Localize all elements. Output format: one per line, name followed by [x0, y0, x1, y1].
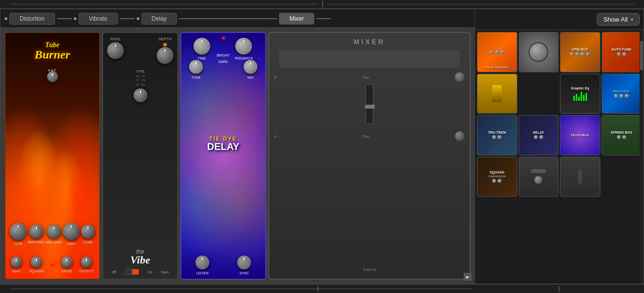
on-off-toggle[interactable] — [125, 269, 139, 275]
midfreq-knob[interactable] — [29, 225, 43, 238]
browser-item-tiedye-small[interactable]: TIE DYE DELAY — [560, 115, 600, 155]
knob-group-low: LOW — [10, 223, 27, 245]
browser-scrollbar[interactable] — [640, 30, 644, 284]
bottom-resize-handle[interactable] — [0, 284, 644, 293]
browser-item-spinbox[interactable]: SPIN BOX — [560, 32, 600, 72]
sync-button[interactable] — [237, 256, 251, 269]
thumb-graphiceq-inner: Graphic Eq — [562, 76, 598, 112]
knob-group-bias: BIAS — [11, 257, 22, 273]
led-group — [51, 264, 54, 266]
squash-knob[interactable] — [31, 257, 42, 267]
tone-delay-knob[interactable] — [189, 60, 203, 74]
trutrem-knob-2 — [498, 135, 502, 139]
rate-knob[interactable] — [107, 42, 124, 59]
thumb-knob-3 — [501, 50, 504, 54]
browser-item-partial-2[interactable] — [519, 32, 559, 72]
browser-item-trutrem[interactable]: TRU-TREM — [477, 115, 517, 155]
bias-knob[interactable] — [11, 257, 22, 267]
tone-delay-label: TONE — [191, 76, 200, 79]
browser-item-partial-1[interactable]: Vocal Tremolo — [477, 32, 517, 72]
squash-title: SQUASH — [490, 171, 504, 174]
tubeburner-bottom-knobs: BIAS SQUASH DRIVE — [5, 257, 99, 273]
thumb-inner-1: Vocal Tremolo — [479, 34, 515, 70]
time-knob[interactable] — [194, 38, 210, 55]
knob-group-tone: TONE — [81, 225, 95, 244]
pan-a-knob[interactable] — [455, 131, 465, 141]
output-knob[interactable] — [81, 257, 92, 267]
tone-knob[interactable] — [81, 225, 95, 238]
spinbox-title: SPIN BOX — [572, 48, 588, 51]
stomp-bar — [531, 169, 546, 173]
depth-knob[interactable] — [157, 47, 173, 64]
eq-bar-5 — [583, 95, 585, 101]
browser-item-blueecho[interactable]: Blue Echo — [602, 74, 642, 114]
low-knob[interactable] — [10, 223, 27, 240]
round-pedal — [529, 42, 548, 62]
browser-panel: Show All ▾ Vocal — [475, 9, 644, 284]
spinbox-knob-1 — [570, 52, 574, 56]
fader-handle[interactable] — [365, 105, 375, 109]
browser-header: Show All ▾ — [475, 9, 644, 30]
tubeburner-main-knobs: LOW MID/FREQ MID GAIN HIGH — [5, 223, 99, 245]
scrollbar-thumb[interactable] — [640, 41, 643, 70]
tubeburner-title: Tube Burner — [5, 42, 99, 60]
pedal-mixer[interactable]: MIXER B Pan — [268, 32, 471, 280]
tab-delay[interactable]: Delay — [141, 13, 177, 25]
top-resize-handle[interactable] — [0, 0, 644, 9]
delay-small-title: DELAY — [533, 131, 544, 134]
pedal-vibe[interactable]: RATE DEPTH TYPE V2 C2 C1 — [102, 32, 178, 280]
browser-item-wah[interactable] — [477, 74, 517, 114]
browser-item-graphiceq[interactable]: Graphic Eq — [560, 74, 600, 114]
midgain-knob[interactable] — [47, 225, 61, 238]
on-label: On — [148, 270, 152, 274]
feedback-knob[interactable] — [235, 38, 252, 55]
pan-b-knob[interactable] — [455, 72, 465, 82]
listen-button[interactable] — [196, 256, 209, 269]
pedal-delay[interactable]: TIME FEEDBACK BRIGHT — [180, 32, 266, 280]
vibe-label: Vibe — [107, 255, 173, 265]
autofunk-knob-2 — [622, 52, 626, 56]
mix-knob[interactable] — [244, 60, 257, 74]
tab-connector-2 — [120, 18, 135, 19]
tab-vibrato[interactable]: Vibrato — [79, 13, 118, 25]
knob-group-high: HIGH — [63, 223, 80, 245]
blueecho-knob-1 — [614, 94, 618, 98]
eq-bar-3 — [578, 97, 580, 101]
resize-handle-indicator — [322, 1, 323, 7]
thumb-autofunk-inner: AUTO FUNK — [604, 34, 640, 70]
mix-fader[interactable] — [365, 85, 373, 124]
tone-knob-group: TONE — [189, 60, 203, 79]
autofunk-knob-row — [617, 52, 626, 56]
thumb-knob-row-1 — [490, 50, 504, 54]
drive-knob[interactable] — [61, 257, 72, 267]
spinbox-knob-row — [570, 52, 590, 56]
browser-item-springbox[interactable]: SPRING BOX — [602, 115, 642, 155]
pan-a-label: A — [274, 134, 277, 139]
high-knob[interactable] — [63, 223, 80, 240]
midfreq-label: MID/FREQ — [28, 240, 45, 244]
scroll-right-button[interactable]: ▶ — [464, 273, 472, 281]
pedal-tubeburner[interactable]: Tube Burner FAT LOW — [4, 32, 100, 280]
springbox-knob-1 — [617, 135, 621, 139]
thumb-knob-1 — [490, 50, 494, 54]
spinbox-knob-4 — [586, 52, 590, 56]
browser-item-autofunk[interactable]: AUTO FUNK — [602, 32, 642, 72]
spinbox-knob-2 — [575, 52, 579, 56]
mixer-title: MIXER — [269, 38, 470, 46]
browser-item-gray-2[interactable] — [560, 157, 600, 197]
high-label: HIGH — [67, 242, 76, 245]
browser-item-delay-small[interactable]: DELAY — [519, 115, 559, 155]
springbox-knob-row — [617, 135, 626, 139]
browser-item-squash[interactable]: SQUASH COMPRESSOR — [477, 157, 517, 197]
tab-distortion[interactable]: Distortion — [9, 13, 55, 25]
fat-knob[interactable] — [47, 71, 58, 82]
tab-mixer[interactable]: Mixer — [279, 13, 314, 25]
squash-knob-1 — [492, 179, 496, 183]
browser-item-gray-1[interactable] — [519, 157, 559, 197]
show-all-button[interactable]: Show All ▾ — [597, 13, 640, 26]
type-knob[interactable] — [134, 88, 147, 102]
listen-group: LISTEN — [196, 256, 209, 275]
sync-group: SYNC — [237, 256, 251, 275]
main-area: Distortion Vibrato Delay Mixer Tube — [0, 9, 644, 284]
mix-label: MIX — [248, 76, 253, 79]
